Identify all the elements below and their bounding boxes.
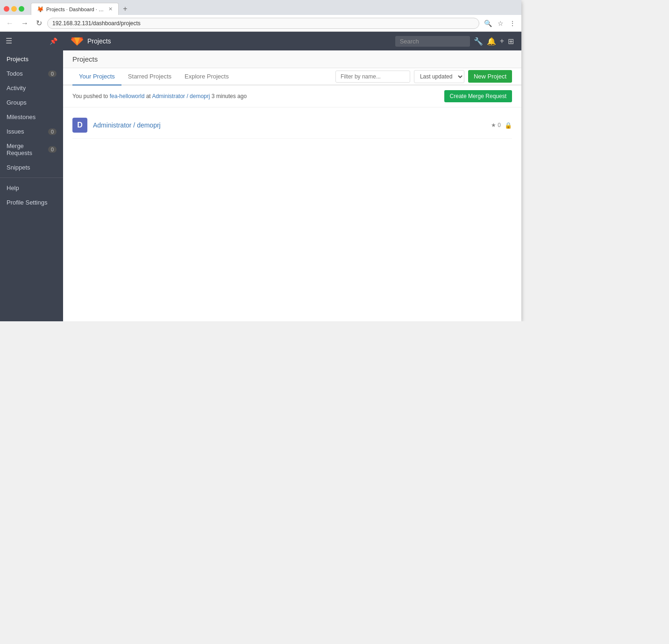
sidebar-item-label: Issues [7, 128, 24, 135]
grid-icon[interactable]: ⊞ [508, 37, 514, 46]
forward-button[interactable]: → [19, 18, 31, 28]
bell-icon[interactable]: 🔔 [487, 37, 496, 46]
tab-favicon: 🦊 [37, 6, 43, 13]
new-project-button[interactable]: New Project [468, 70, 512, 83]
project-info: Administrator / demoprj [93, 121, 491, 129]
avatar-letter: D [77, 121, 83, 129]
back-button[interactable]: ← [4, 18, 16, 28]
tab-label: Starred Projects [128, 73, 171, 80]
tab-label: Your Projects [79, 73, 115, 80]
lock-icon: 🔒 [505, 122, 512, 129]
new-tab-button[interactable]: + [119, 3, 132, 15]
sidebar-item-merge-requests[interactable]: Merge Requests 0 [0, 139, 63, 160]
todos-badge: 0 [48, 71, 57, 77]
sidebar-divider [0, 177, 63, 178]
sidebar-item-activity[interactable]: Activity [0, 81, 63, 95]
star-icon: ★ [491, 122, 496, 128]
activity-branch-link[interactable]: fea-helloworld [110, 93, 145, 99]
sidebar-item-label: Snippets [7, 164, 30, 171]
sidebar-item-issues[interactable]: Issues 0 [0, 124, 63, 139]
activity-project-link[interactable]: Administrator / demoprj [152, 93, 210, 99]
wrench-icon[interactable]: 🔧 [474, 37, 483, 46]
star-info: ★ 0 [491, 122, 501, 128]
sidebar-item-label: Todos [7, 70, 23, 77]
sidebar-item-label: Help [7, 184, 19, 191]
topnav-icons: 🔧 🔔 + ⊞ [474, 37, 514, 46]
minimize-button[interactable] [11, 6, 17, 12]
sidebar-item-label: Milestones [7, 113, 36, 120]
activity-at: at [144, 93, 152, 99]
activity-banner: You pushed to fea-helloworld at Administ… [63, 85, 521, 107]
search-icon[interactable]: 🔍 [482, 19, 494, 28]
topnav-title: Projects [87, 37, 111, 45]
reload-button[interactable]: ↻ [34, 18, 44, 28]
tab-starred-projects[interactable]: Starred Projects [121, 68, 178, 85]
address-bar: ← → ↻ 🔍 ☆ ⋮ [0, 15, 521, 32]
project-name-link[interactable]: Administrator / demoprj [93, 121, 161, 129]
project-avatar: D [72, 118, 87, 133]
project-list: D Administrator / demoprj ★ 0 🔒 [63, 107, 521, 143]
sidebar-item-todos[interactable]: Todos 0 [0, 66, 63, 81]
sort-select[interactable]: Last updated Name Created [414, 70, 464, 83]
sidebar-item-projects[interactable]: Projects [0, 52, 63, 66]
browser-tabs: 🦊 Projects · Dashboard · … ✕ + [31, 3, 518, 15]
tabs-bar: Your Projects Starred Projects Explore P… [63, 68, 521, 85]
sidebar-item-label: Profile Settings [7, 199, 47, 206]
sidebar-item-profile-settings[interactable]: Profile Settings [0, 195, 63, 210]
sidebar-item-label: Merge Requests [7, 142, 48, 156]
sidebar: ☰ 📌 Projects Todos 0 Activity Groups [0, 32, 63, 321]
sidebar-item-label: Groups [7, 99, 27, 106]
tabs-right: Last updated Name Created New Project [335, 70, 512, 83]
sidebar-item-help[interactable]: Help [0, 181, 63, 195]
activity-text: You pushed to fea-helloworld at Administ… [72, 93, 247, 99]
star-count: 0 [498, 122, 501, 128]
address-icons: 🔍 ☆ ⋮ [482, 19, 518, 28]
tab-label: Explore Projects [185, 73, 229, 80]
sidebar-header: ☰ 📌 [0, 32, 63, 50]
browser-controls [4, 6, 24, 12]
search-input[interactable] [395, 36, 470, 47]
top-navigation: Projects 🔧 🔔 + ⊞ [63, 32, 521, 50]
sidebar-menu-button[interactable]: ☰ [6, 36, 12, 45]
tab-explore-projects[interactable]: Explore Projects [178, 68, 235, 85]
address-input[interactable] [47, 18, 479, 29]
page-header: Projects [63, 50, 521, 68]
project-meta: ★ 0 🔒 [491, 122, 512, 129]
create-merge-request-button[interactable]: Create Merge Request [444, 90, 512, 102]
sidebar-item-label: Activity [7, 85, 26, 92]
sidebar-item-groups[interactable]: Groups [0, 95, 63, 110]
issues-badge: 0 [48, 128, 57, 135]
close-button[interactable] [4, 6, 9, 12]
plus-icon[interactable]: + [500, 37, 504, 45]
sidebar-navigation: Projects Todos 0 Activity Groups Milesto… [0, 50, 63, 210]
main-content: Projects 🔧 🔔 + ⊞ Projects Your Projects [63, 32, 521, 321]
filter-input[interactable] [335, 71, 410, 83]
merge-requests-badge: 0 [48, 146, 57, 153]
activity-prefix: You pushed to [72, 93, 110, 99]
sidebar-pin-button[interactable]: 📌 [50, 37, 57, 45]
menu-icon[interactable]: ⋮ [507, 19, 518, 28]
tabs-left: Your Projects Starred Projects Explore P… [72, 68, 235, 85]
tab-close-icon[interactable]: ✕ [108, 6, 113, 12]
table-row: D Administrator / demoprj ★ 0 🔒 [72, 112, 512, 139]
sidebar-item-label: Projects [7, 56, 28, 63]
tab-your-projects[interactable]: Your Projects [72, 68, 121, 85]
sidebar-item-snippets[interactable]: Snippets [0, 160, 63, 175]
gitlab-logo [71, 34, 84, 49]
sidebar-item-milestones[interactable]: Milestones [0, 110, 63, 124]
bookmark-icon[interactable]: ☆ [496, 19, 505, 28]
tab-title: Projects · Dashboard · … [46, 7, 104, 12]
maximize-button[interactable] [19, 6, 24, 12]
activity-suffix: 3 minutes ago [210, 93, 247, 99]
page-title: Projects [72, 55, 98, 63]
active-tab[interactable]: 🦊 Projects · Dashboard · … ✕ [31, 3, 119, 15]
